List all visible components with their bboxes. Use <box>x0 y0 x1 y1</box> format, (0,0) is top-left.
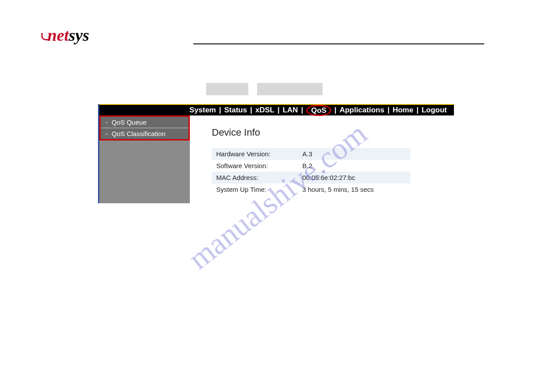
top-nav-bar: System | Status | xDSL | LAN | QoS | App… <box>99 104 454 115</box>
logo-sys: sys <box>69 26 89 44</box>
sidebar-item-qos-queue[interactable]: → QoS Queue <box>101 117 189 128</box>
brand-logo: netsys <box>47 25 89 45</box>
content-panel: Device Info Hardware Version: A.3 Softwa… <box>190 115 454 195</box>
sidebar-item-label: QoS Classification <box>112 130 166 137</box>
info-value: 3 hours, 5 mins, 15 secs <box>302 186 406 193</box>
info-value: A.3 <box>302 150 406 158</box>
redacted-box <box>206 83 248 95</box>
redacted-box <box>257 83 323 95</box>
sidebar: → QoS Queue → QoS Classification <box>99 115 190 203</box>
nav-home[interactable]: Home <box>392 106 413 115</box>
nav-sep: | <box>414 106 422 115</box>
arrow-right-icon: → <box>104 131 109 137</box>
nav-status[interactable]: Status <box>224 106 247 115</box>
sidebar-item-qos-classification[interactable]: → QoS Classification <box>101 128 189 139</box>
table-row: Software Version: B.2 <box>212 160 410 172</box>
info-value: B.2 <box>302 162 406 169</box>
info-label: MAC Address: <box>216 174 302 181</box>
nav-logout[interactable]: Logout <box>421 106 447 115</box>
nav-sep: | <box>298 106 306 115</box>
nav-system[interactable]: System <box>189 106 216 115</box>
nav-sep: | <box>331 106 340 115</box>
header-divider <box>193 43 484 44</box>
body-row: → QoS Queue → QoS Classification Device … <box>99 115 454 203</box>
sidebar-highlight-box: → QoS Queue → QoS Classification <box>99 115 190 140</box>
nav-sep: | <box>274 106 283 115</box>
sidebar-item-label: QoS Queue <box>112 119 146 126</box>
arrow-right-icon: → <box>104 120 109 125</box>
nav-xdsl[interactable]: xDSL <box>255 106 274 115</box>
nav-qos[interactable]: QoS <box>306 105 331 116</box>
nav-lan[interactable]: LAN <box>283 106 298 115</box>
router-ui-screenshot: System | Status | xDSL | LAN | QoS | App… <box>98 104 454 203</box>
table-row: MAC Address: 00:05:6e:02:27:bc <box>212 172 410 183</box>
logo-net: net <box>47 26 69 44</box>
page-title: Device Info <box>212 127 454 138</box>
table-row: System Up Time: 3 hours, 5 mins, 15 secs <box>212 183 410 195</box>
nav-applications[interactable]: Applications <box>340 106 385 115</box>
table-row: Hardware Version: A.3 <box>212 148 410 160</box>
info-label: Hardware Version: <box>216 150 302 158</box>
info-value: 00:05:6e:02:27:bc <box>302 174 406 181</box>
info-label: Software Version: <box>216 162 302 169</box>
nav-sep: | <box>247 106 255 115</box>
nav-sep: | <box>385 106 393 115</box>
info-label: System Up Time: <box>216 186 302 193</box>
nav-sep: | <box>216 106 224 115</box>
